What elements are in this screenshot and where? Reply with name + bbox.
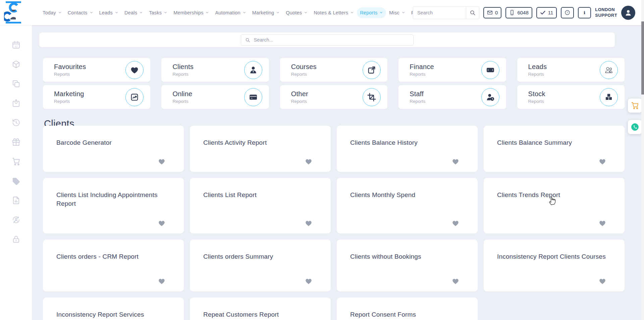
chevron-down-icon — [379, 11, 383, 14]
report-card-clients-orders-crm-report[interactable]: Clients orders - CRM Report — [43, 240, 184, 292]
category-card-clients[interactable]: ClientsReports — [161, 58, 269, 82]
nav-item-leads[interactable]: Leads — [96, 7, 122, 18]
sidebar-item-history[interactable] — [0, 113, 32, 132]
report-card-report-consent-forms[interactable]: Report Consent Forms — [337, 298, 478, 320]
favourite-heart-icon[interactable] — [158, 158, 165, 165]
category-icon-circle: 0 — [481, 61, 499, 79]
nav-item-deals[interactable]: Deals — [121, 7, 146, 18]
badge-check[interactable]: 11 — [536, 7, 557, 18]
favourite-heart-icon[interactable] — [452, 277, 459, 285]
nav-item-memberships[interactable]: Memberships — [170, 7, 212, 18]
report-card-clients-monthly-spend[interactable]: Clients Monthly Spend — [337, 178, 478, 234]
report-title: Clients Trends Report — [497, 191, 608, 199]
category-card-stock[interactable]: StockReports — [517, 85, 625, 109]
report-card-inconsistency-report-clients-courses[interactable]: Inconsistency Report Clients Courses — [484, 240, 625, 292]
chevron-down-icon — [90, 11, 93, 14]
left-sidebar: 12$ — [0, 25, 32, 320]
nav-item-tasks[interactable]: Tasks — [146, 7, 170, 18]
category-card-online[interactable]: OnlineReports — [161, 85, 269, 109]
scrollbar-track[interactable] — [641, 0, 644, 320]
report-card-repeat-customers-report[interactable]: Repeat Customers Report — [190, 298, 331, 320]
sidebar-item-cart[interactable] — [0, 152, 32, 171]
report-card-clients-balance-summary[interactable]: Clients Balance Summary — [484, 126, 625, 172]
nav-search-input[interactable] — [413, 10, 466, 15]
category-card-favourites[interactable]: FavouritesReports — [43, 58, 150, 82]
report-card-clients-without-bookings[interactable]: Clients without Bookings — [337, 240, 478, 292]
favourite-heart-icon[interactable] — [599, 158, 606, 165]
category-icon-circle — [600, 88, 618, 106]
user-name-line2: SUPPORT — [595, 13, 617, 18]
svg-text:?: ? — [567, 11, 569, 14]
category-card-leads[interactable]: LeadsReports — [517, 58, 625, 82]
question-icon: ? — [565, 10, 570, 15]
report-card-barcode-generator[interactable]: Barcode Generator — [43, 126, 184, 172]
nav-item-marketing[interactable]: Marketing — [249, 7, 283, 18]
nav-item-automation[interactable]: Automation — [212, 7, 249, 18]
nav-item-quotes[interactable]: Quotes — [283, 7, 311, 18]
report-title: Barcode Generator — [56, 138, 167, 147]
category-card-marketing[interactable]: MarketingReports — [43, 85, 150, 109]
chart-icon — [130, 93, 139, 102]
category-card-finance[interactable]: FinanceReports0 — [398, 58, 506, 82]
report-card-clients-list-including-appointments-report[interactable]: Clients List Including Appointments Repo… — [43, 178, 184, 234]
sidebar-item-lock[interactable] — [0, 230, 32, 249]
nav-item-misc[interactable]: Misc — [386, 7, 408, 18]
sidebar-item-tag[interactable]: $ — [0, 171, 32, 191]
favourite-heart-icon[interactable] — [158, 219, 165, 227]
nav-item-reports[interactable]: Reports — [357, 7, 386, 18]
category-card-other[interactable]: OtherReports — [280, 85, 387, 109]
person-clock-icon — [486, 93, 495, 102]
nav-item-label: Notes & Letters — [314, 10, 348, 15]
badge-info[interactable]: i — [578, 7, 591, 18]
scrollbar-thumb[interactable] — [641, 21, 644, 94]
favourite-heart-icon[interactable] — [452, 158, 459, 165]
copy-icon — [12, 79, 20, 88]
person-icon — [249, 66, 258, 74]
info-icon: i — [582, 10, 587, 15]
sidebar-item-copy[interactable] — [0, 74, 32, 93]
nav-item-today[interactable]: Today — [40, 7, 65, 18]
category-subtitle: Reports — [410, 99, 481, 104]
category-title: Leads — [528, 63, 600, 71]
badge-mobile[interactable]: 6048 — [505, 7, 532, 18]
floating-phone-button[interactable] — [628, 120, 642, 134]
nav-item-contacts[interactable]: Contacts — [65, 7, 96, 18]
chevron-down-icon — [139, 11, 143, 14]
floating-cart-button[interactable] — [628, 99, 642, 113]
favourite-heart-icon[interactable] — [599, 277, 606, 285]
favourite-heart-icon[interactable] — [452, 219, 459, 227]
sidebar-item-user-sync[interactable] — [0, 210, 32, 230]
avatar[interactable] — [621, 6, 635, 20]
favourite-heart-icon[interactable] — [305, 277, 312, 285]
sidebar-item-gift[interactable] — [0, 132, 32, 152]
report-title: Report Consent Forms — [350, 310, 461, 319]
nav-search-button[interactable] — [466, 7, 479, 19]
banknote-icon: 0 — [486, 66, 495, 74]
brand-logo[interactable] — [4, 1, 23, 23]
favourite-heart-icon[interactable] — [305, 219, 312, 227]
category-card-staff[interactable]: StaffReports — [398, 85, 506, 109]
category-icon-circle — [363, 61, 381, 79]
content-search-input[interactable] — [253, 37, 409, 43]
favourite-heart-icon[interactable] — [599, 219, 606, 227]
report-card-inconsistency-report-services[interactable]: Inconsistency Report Services — [43, 298, 184, 320]
sidebar-item-cube[interactable] — [0, 55, 32, 74]
sidebar-item-report[interactable] — [0, 191, 32, 210]
category-subtitle: Reports — [172, 72, 244, 77]
badge-envelope[interactable]: 0 — [483, 7, 501, 18]
report-card-clients-activity-report[interactable]: Clients Activity Report — [190, 126, 331, 172]
user-icon — [624, 9, 632, 17]
svg-text:i: i — [584, 10, 585, 15]
favourite-heart-icon[interactable] — [158, 277, 165, 285]
category-card-courses[interactable]: CoursesReports — [280, 58, 387, 82]
sidebar-item-bag[interactable] — [0, 93, 32, 113]
badge-question[interactable]: ? — [561, 7, 574, 18]
report-card-clients-trends-report[interactable]: Clients Trends Report — [484, 178, 625, 234]
report-card-clients-list-report[interactable]: Clients List Report — [190, 178, 331, 234]
favourite-heart-icon[interactable] — [305, 158, 312, 165]
nav-item-notes-letters[interactable]: Notes & Letters — [311, 7, 357, 18]
sidebar-item-calendar[interactable]: 12 — [0, 35, 32, 55]
report-card-clients-orders-summary[interactable]: Clients orders Summary — [190, 240, 331, 292]
badge-value: 11 — [548, 10, 553, 15]
report-card-clients-balance-history[interactable]: Clients Balance History — [337, 126, 478, 172]
